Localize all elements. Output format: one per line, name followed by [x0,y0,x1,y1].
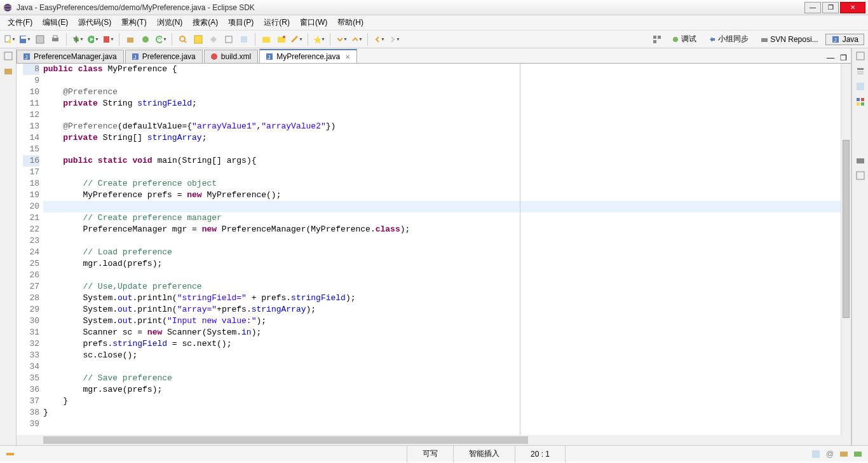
code-editor[interactable]: 8910111213141516171819202122232425262728… [17,64,851,435]
new-class-button[interactable] [139,32,153,46]
svg-rect-58 [854,452,862,457]
java-file-icon: J [22,52,31,61]
new-package-button[interactable] [123,32,137,46]
status-tray-icon-1[interactable] [811,449,821,459]
tab-label: MyPreference.java [276,52,340,61]
task-button[interactable] [275,32,288,46]
menu-0[interactable]: 文件(F) [3,17,37,28]
open-perspective-button[interactable] [650,32,664,46]
external-tools-button[interactable]: ▼ [101,32,115,46]
menu-2[interactable]: 源代码(S) [73,17,116,28]
svg-text:J: J [834,37,837,43]
svg-rect-53 [857,172,864,179]
status-tray-icon-2[interactable]: @ [825,449,835,459]
run-button[interactable]: ▼ [86,32,100,46]
next-annotation-button[interactable]: ▼ [334,32,348,46]
bottom-view-icon-1[interactable] [855,155,865,165]
annotation-button[interactable] [191,32,205,46]
minimize-button[interactable]: — [804,2,821,13]
menu-5[interactable]: 搜索(A) [187,17,223,28]
java-file-icon: J [131,52,140,61]
package-explorer-icon[interactable] [3,66,13,76]
menu-4[interactable]: 浏览(N) [152,17,188,28]
svg-rect-8 [53,36,57,38]
task-list-icon[interactable] [855,81,865,92]
svg-point-17 [156,36,162,43]
search-button[interactable] [176,32,190,46]
menu-8[interactable]: 窗口(W) [295,17,332,28]
print-button[interactable] [48,32,62,46]
open-resource-button[interactable] [259,32,273,46]
vertical-scrollbar[interactable] [841,64,851,435]
edit-button[interactable]: ▼ [290,32,304,46]
java-perspective-button[interactable]: JJava [825,34,864,45]
forward-button[interactable]: ▼ [387,32,401,46]
restore-icon[interactable] [3,51,13,61]
svg-rect-45 [857,71,864,73]
menu-6[interactable]: 项目(P) [223,17,259,28]
svg-rect-35 [4,69,12,74]
tab-build-xml[interactable]: build.xml [204,50,258,63]
tab-mypreference-java[interactable]: JMyPreference.java✕ [259,49,357,63]
team-sync-perspective-button[interactable]: 小组同步 [703,32,753,46]
status-insert-mode: 智能插入 [453,446,515,462]
minimize-view-icon[interactable]: — [825,53,836,63]
svg-rect-29 [653,40,656,43]
svg-point-40 [211,53,217,60]
svg-rect-50 [857,102,860,106]
menu-bar: 文件(F)编辑(E)源代码(S)重构(T)浏览(N)搜索(A)项目(P)运行(R… [0,15,868,31]
svg-rect-6 [36,36,44,43]
close-button[interactable]: ✕ [840,2,865,13]
svg-rect-5 [21,36,26,39]
outline-icon[interactable] [855,66,865,76]
svg-rect-27 [653,36,656,39]
bottom-view-icon-2[interactable] [855,170,865,181]
debug-perspective-button[interactable]: 调试 [667,32,701,46]
status-cursor-pos: 20 : 1 [515,446,565,462]
svg-rect-31 [761,38,768,42]
horizontal-scrollbar[interactable] [17,435,851,445]
svg-rect-47 [857,83,864,90]
java-file-icon: J [265,52,274,61]
status-tray-icon-3[interactable] [839,449,849,459]
prev-annotation-button[interactable]: ▼ [349,32,363,46]
svg-text:J: J [133,54,137,60]
svn-perspective-button[interactable]: SVN Reposi... [756,33,822,46]
status-bar: 可写 智能插入 20 : 1 @ [0,445,868,462]
menu-9[interactable]: 帮助(H) [332,17,369,28]
svg-point-18 [180,36,185,41]
editor-region: JPreferenceManager.javaJPreference.javab… [17,48,851,445]
toggle-mark-button[interactable] [207,32,220,46]
status-writable: 可写 [407,446,453,462]
maximize-button[interactable]: ❐ [822,2,839,13]
maximize-view-icon[interactable]: ❐ [838,53,848,63]
new-button[interactable]: ▼ [3,32,17,46]
close-tab-icon[interactable]: ✕ [345,53,350,60]
problems-icon[interactable] [855,97,865,107]
svg-point-25 [283,36,285,38]
restore-right-icon[interactable] [855,51,865,61]
editor-tabs: JPreferenceManager.javaJPreference.javab… [17,48,851,64]
svg-line-19 [184,41,186,43]
status-tray-icon-4[interactable] [853,449,863,459]
menu-3[interactable]: 重构(T) [116,17,151,28]
title-bar: Java - EasyPreferences/demo/demo/MyPrefe… [0,0,868,15]
save-button[interactable]: ▼ [18,32,32,46]
tab-preferencemanager-java[interactable]: JPreferenceManager.java [17,50,124,63]
save-all-button[interactable] [33,32,47,46]
toggle-block-button[interactable] [222,32,236,46]
toggle-whitespace-button[interactable] [237,32,251,46]
svg-rect-46 [857,73,864,74]
svg-rect-28 [658,36,661,39]
menu-1[interactable]: 编辑(E) [37,17,73,28]
svg-point-0 [4,4,11,11]
debug-button[interactable]: ▼ [71,32,85,46]
svg-rect-34 [4,52,12,60]
tab-preference-java[interactable]: JPreference.java [125,50,203,63]
left-trim [0,48,17,445]
star-button[interactable]: ▼ [312,32,326,46]
back-button[interactable]: ▼ [372,32,386,46]
menu-7[interactable]: 运行(R) [259,17,295,28]
open-type-button[interactable]: ▼ [154,32,168,46]
svg-rect-14 [104,36,109,43]
